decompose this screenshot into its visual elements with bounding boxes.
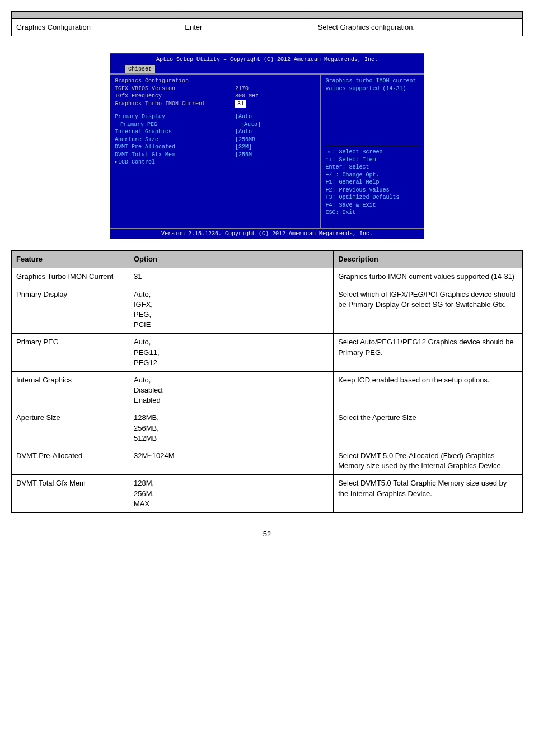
option-cell: Auto, Disabled, Enabled [129, 371, 333, 409]
lower-header-row: Feature Option Description [12, 251, 523, 268]
bios-section-title: Graphics Configuration [115, 77, 235, 85]
th-description: Description [334, 251, 523, 268]
upper-th-blank3 [313, 12, 522, 19]
bios-info-val: 2170 [235, 85, 249, 93]
bios-opt-key[interactable]: DVMT Pre-Allocated [115, 143, 235, 151]
feature-cell: Graphics Turbo IMON Current [12, 268, 129, 286]
option-cell: 31 [129, 268, 333, 286]
description-cell: Select Auto/PEG11/PEG12 Graphics device … [334, 334, 523, 372]
table-row: Graphics Turbo IMON Current31Graphics tu… [12, 268, 523, 286]
description-cell: Select DVMT 5.0 Pre-Allocated (Fixed) Gr… [334, 447, 523, 475]
option-cell: 128M, 256M, MAX [129, 475, 333, 513]
table-row: Primary DisplayAuto, IGFX, PEG, PCIESele… [12, 286, 523, 334]
table-row: Primary PEGAuto, PEG11, PEG12Select Auto… [12, 334, 523, 372]
description-cell: Keep IGD enabled based on the setup opti… [334, 371, 523, 409]
bios-body: Graphics Configuration IGFX VBIOS Versio… [110, 74, 424, 228]
th-feature: Feature [12, 251, 129, 268]
description-cell: Select which of IGFX/PEG/PCI Graphics de… [334, 286, 523, 334]
bios-opt-val: [256MB] [235, 136, 259, 144]
feature-cell: Internal Graphics [12, 371, 129, 409]
description-cell: Select DVMT5.0 Total Graphic Memory size… [334, 475, 523, 513]
bios-opt-key[interactable]: Primary Display [115, 113, 235, 121]
page-number: 52 [11, 530, 523, 538]
option-cell: 32M~1024M [129, 447, 333, 475]
bios-right-pane: Graphics turbo IMON current values suppo… [321, 75, 424, 228]
feature-cell: Primary PEG [12, 334, 129, 372]
bios-help-separator [325, 146, 419, 146]
table-row: DVMT Total Gfx Mem128M, 256M, MAXSelect … [12, 475, 523, 513]
table-row: Aperture Size128MB, 256MB, 512MBSelect t… [12, 409, 523, 447]
upper-desc-cell: Select Graphics configuration. [313, 19, 522, 36]
bios-key-line: F4: Save & Exit [325, 202, 419, 209]
lower-feature-table: Feature Option Description Graphics Turb… [11, 250, 523, 513]
bios-key-line: Enter: Select [325, 164, 419, 171]
feature-cell: Aperture Size [12, 409, 129, 447]
bios-help-text: Graphics turbo IMON current values suppo… [325, 77, 419, 92]
bios-key-line: F2: Previous Values [325, 186, 419, 194]
upper-option-cell: Enter [180, 19, 313, 36]
upper-feature-table: Graphics Configuration Enter Select Grap… [11, 11, 523, 36]
upper-feature-cell: Graphics Configuration [12, 19, 180, 36]
bios-info-key: IGfx Frequency [115, 92, 235, 100]
bios-key-line: ESC: Exit [325, 209, 419, 217]
bios-opt-key[interactable]: Aperture Size [115, 136, 235, 144]
bios-screenshot: Aptio Setup Utility – Copyright (C) 2012… [110, 53, 424, 239]
feature-cell: DVMT Pre-Allocated [12, 447, 129, 475]
bios-opt-key[interactable]: Internal Graphics [115, 128, 235, 136]
bios-left-pane: Graphics Configuration IGFX VBIOS Versio… [110, 75, 321, 228]
bios-opt-val: [32M] [235, 143, 252, 151]
bios-opt-val: [Auto] [235, 128, 255, 136]
bios-footer: Version 2.15.1236. Copyright (C) 2012 Am… [110, 228, 424, 239]
table-row: Graphics Configuration Enter Select Grap… [12, 19, 523, 36]
bios-submenu[interactable]: LCD Control [118, 158, 315, 166]
bios-key-line: ↑↓: Select Item [325, 156, 419, 164]
upper-header-row [12, 12, 523, 19]
table-row: DVMT Pre-Allocated32M~1024MSelect DVMT 5… [12, 447, 523, 475]
description-cell: Graphics turbo IMON current values suppo… [334, 268, 523, 286]
option-cell: 128MB, 256MB, 512MB [129, 409, 333, 447]
option-cell: Auto, PEG11, PEG12 [129, 334, 333, 372]
upper-th-blank2 [180, 12, 313, 19]
feature-cell: Primary Display [12, 286, 129, 334]
bios-info-val: 800 MHz [235, 92, 259, 100]
bios-key-line: F3: Optimized Defaults [325, 194, 419, 202]
bios-selected-val[interactable]: 31 [235, 100, 246, 108]
bios-opt-val: [256M] [235, 151, 255, 159]
option-cell: Auto, IGFX, PEG, PCIE [129, 286, 333, 334]
bios-tab-chipset[interactable]: Chipset [125, 65, 155, 74]
bios-key-line: +/-: Change Opt. [325, 171, 419, 179]
bios-opt-val: [Auto] [241, 121, 261, 129]
bios-header: Aptio Setup Utility – Copyright (C) 2012… [110, 54, 424, 74]
bios-opt-key[interactable]: DVMT Total Gfx Mem [115, 151, 235, 159]
bios-opt-key[interactable]: Primary PEG [115, 121, 241, 129]
bios-header-title: Aptio Setup Utility – Copyright (C) 2012… [114, 55, 420, 65]
feature-cell: DVMT Total Gfx Mem [12, 475, 129, 513]
bios-key-line: →←: Select Screen [325, 148, 419, 156]
upper-th-blank1 [12, 12, 180, 19]
bios-key-hints: →←: Select Screen ↑↓: Select Item Enter:… [325, 148, 419, 217]
bios-key-line: F1: General Help [325, 179, 419, 186]
bios-opt-val: [Auto] [235, 113, 255, 121]
bios-selected-key[interactable]: Graphics Turbo IMON Current [115, 100, 235, 108]
description-cell: Select the Aperture Size [334, 409, 523, 447]
bios-info-key: IGFX VBIOS Version [115, 85, 235, 93]
th-option: Option [129, 251, 333, 268]
table-row: Internal GraphicsAuto, Disabled, Enabled… [12, 371, 523, 409]
